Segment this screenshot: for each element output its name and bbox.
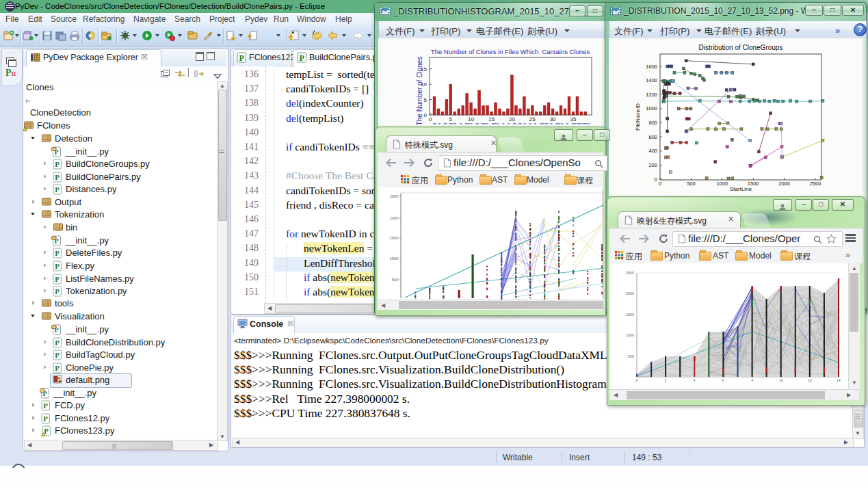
svg-text:1400: 1400 (646, 77, 657, 83)
svg-text:Distribution of CloneGroups: Distribution of CloneGroups (699, 44, 783, 51)
svg-text:4: 4 (694, 378, 696, 382)
svg-text:12: 12 (808, 378, 812, 382)
svg-text:P: P (55, 262, 60, 270)
svg-text:0: 0 (636, 378, 638, 382)
svg-text:The Number of Clones in Files: The Number of Clones in Files Which Cant… (431, 48, 590, 55)
svg-text:P: P (55, 287, 60, 295)
svg-text:P: P (55, 351, 60, 359)
svg-text:P: P (44, 427, 49, 435)
svg-text:35: 35 (570, 116, 576, 122)
svg-text:500: 500 (687, 181, 696, 187)
svg-text:30: 30 (550, 116, 556, 122)
svg-text:2000: 2000 (626, 291, 634, 295)
svg-text:0: 0 (659, 181, 661, 187)
svg-text:0: 0 (429, 116, 432, 122)
svg-text:2: 2 (665, 378, 667, 382)
svg-text:8: 8 (752, 378, 754, 382)
svg-text:25: 25 (529, 116, 536, 122)
svg-text:1500: 1500 (626, 313, 634, 317)
svg-text:6: 6 (722, 378, 724, 382)
svg-text:1500: 1500 (748, 181, 759, 187)
svg-text:1200: 1200 (646, 92, 657, 98)
svg-text:500: 500 (628, 354, 634, 358)
svg-text:800: 800 (648, 120, 657, 126)
svg-text:1000: 1000 (716, 181, 728, 187)
svg-text:20: 20 (509, 116, 515, 122)
svg-text:2000: 2000 (390, 216, 398, 220)
svg-text:10: 10 (779, 378, 783, 382)
svg-text:10: 10 (468, 116, 474, 122)
svg-text:P: P (55, 275, 60, 283)
svg-text:1600: 1600 (646, 64, 657, 70)
svg-text:500: 500 (392, 278, 398, 282)
svg-text:P: P (55, 173, 60, 181)
svg-text:P: P (43, 414, 48, 423)
svg-text:P: P (55, 249, 60, 257)
svg-text:P: P (55, 185, 60, 194)
svg-text:5: 5 (449, 116, 453, 122)
svg-text:200: 200 (648, 162, 657, 168)
svg-text:14: 14 (837, 378, 841, 382)
svg-text:FileNameID: FileNameID (635, 103, 641, 131)
svg-text:1500: 1500 (390, 236, 398, 240)
svg-text:P: P (55, 160, 60, 168)
svg-text:1000: 1000 (646, 105, 657, 111)
svg-text:5: 5 (424, 97, 428, 103)
svg-text:15: 15 (488, 116, 495, 122)
svg-text:400: 400 (648, 148, 657, 154)
svg-text:600: 600 (648, 134, 657, 140)
svg-text:2500: 2500 (390, 194, 398, 198)
svg-text:2500: 2500 (626, 271, 634, 275)
svg-text:0: 0 (655, 176, 657, 183)
svg-text:P: P (55, 339, 60, 347)
svg-text:1000: 1000 (390, 256, 398, 261)
svg-text:StartLine: StartLine (730, 186, 752, 192)
svg-text:P: P (55, 364, 60, 372)
svg-text:15: 15 (421, 66, 427, 72)
svg-text:0: 0 (424, 112, 428, 118)
svg-text:2000: 2000 (778, 181, 790, 187)
svg-text:P: P (43, 401, 48, 410)
svg-text:10: 10 (421, 81, 427, 88)
svg-text:2500: 2500 (810, 181, 821, 187)
svg-text:P: P (239, 53, 244, 63)
svg-text:1000: 1000 (626, 333, 634, 337)
svg-text:P: P (300, 53, 304, 63)
